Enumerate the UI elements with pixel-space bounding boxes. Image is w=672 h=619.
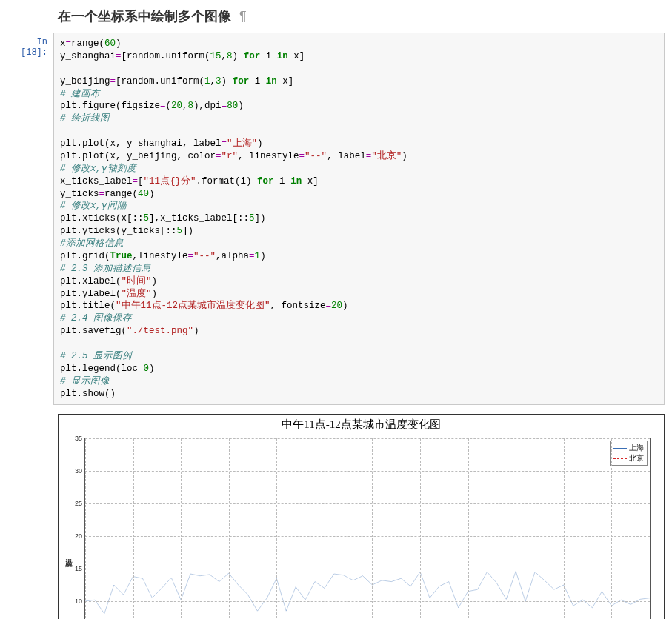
notebook-cell: In [18]: x=range(60) y_shanghai=[random.… bbox=[0, 33, 672, 411]
ytick-label: 35 bbox=[75, 435, 85, 442]
ytick-label: 15 bbox=[75, 565, 85, 572]
section-heading: 在一个坐标系中绘制多个图像 ¶ bbox=[0, 0, 672, 33]
cell-prompt: In [18]: bbox=[7, 33, 53, 405]
chart-title: 中午11点-12点某城市温度变化图 bbox=[59, 415, 664, 433]
cell-output: 中午11点-12点某城市温度变化图 温度 上海北京 05101520253035… bbox=[0, 411, 672, 619]
heading-text: 在一个坐标系中绘制多个图像 bbox=[58, 9, 231, 24]
chart-figure: 中午11点-12点某城市温度变化图 温度 上海北京 05101520253035… bbox=[58, 414, 665, 619]
ytick-label: 20 bbox=[75, 532, 85, 540]
chart-lines bbox=[85, 438, 650, 619]
series-上海 bbox=[85, 572, 650, 614]
anchor-pilcrow[interactable]: ¶ bbox=[239, 9, 247, 24]
ytick-label: 30 bbox=[75, 467, 85, 475]
chart-ylabel: 温度 bbox=[63, 552, 73, 555]
code-input[interactable]: x=range(60) y_shanghai=[random.uniform(1… bbox=[53, 33, 665, 405]
chart-plot-area: 上海北京 0510152025303511点0分11点5分11点10分11点15… bbox=[84, 438, 651, 619]
ytick-label: 25 bbox=[75, 500, 85, 507]
ytick-label: 10 bbox=[75, 598, 85, 605]
